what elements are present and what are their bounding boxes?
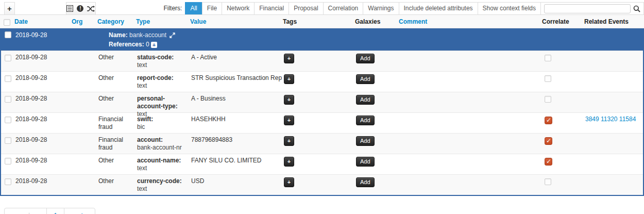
attribute-type: personal-account-type: (137, 95, 178, 110)
row-select-checkbox[interactable] (5, 158, 11, 164)
row-checkbox-cell (1, 113, 13, 133)
org-cell (71, 51, 96, 71)
misp-attributes-page: { "toolbar": { "add_attribute_label": "+… (0, 0, 644, 214)
galaxies-cell: Add (354, 154, 398, 174)
filter-tab[interactable]: File (202, 2, 222, 14)
add-tag-button[interactable]: + (284, 116, 294, 125)
correlate-checkbox[interactable] (545, 178, 551, 185)
tags-cell: + (282, 113, 354, 133)
correlate-checkbox[interactable] (545, 158, 552, 166)
filter-tab[interactable]: Network (222, 2, 255, 14)
category-cell: Financial fraud (96, 113, 135, 133)
add-tag-button[interactable]: + (284, 157, 294, 167)
add-attribute-button[interactable]: + (4, 2, 15, 14)
table-row: 2018-09-28 Other report-code: text STR S… (1, 71, 643, 92)
search-input[interactable] (544, 4, 631, 13)
add-galaxy-button[interactable]: Add (356, 116, 375, 125)
object-name-value: bank-account (129, 31, 166, 39)
column-header-correlate: Correlate (542, 18, 569, 25)
add-reference-icon[interactable]: + (151, 42, 157, 48)
add-tag-button[interactable]: + (284, 95, 294, 105)
object-row-checkbox[interactable] (5, 31, 11, 38)
row-select-checkbox[interactable] (5, 75, 11, 82)
filter-tab[interactable]: Proposal (289, 2, 323, 14)
exclamation-circle-icon[interactable]: ! (77, 5, 83, 12)
row-select-checkbox[interactable] (5, 178, 11, 185)
related-event-links[interactable]: 3849 11320 11584 (585, 116, 636, 123)
add-galaxy-button[interactable]: Add (356, 157, 375, 167)
correlate-checkbox[interactable] (545, 75, 551, 82)
attribute-value-type: bic (137, 123, 187, 131)
table-row: 2018-09-28 Financial fraud swift: bic HA… (1, 112, 643, 133)
object-name-label: Name: (109, 31, 128, 39)
expand-icon[interactable] (170, 32, 175, 40)
column-header-org[interactable]: Org (72, 18, 82, 25)
add-tag-button[interactable]: + (284, 54, 294, 63)
filter-tab[interactable]: All (185, 2, 202, 14)
search-icon[interactable] (633, 5, 640, 12)
object-name-block: Name: bank-account References: 0 + (95, 28, 643, 51)
object-header-row: 2018-09-28 Name: bank-account References… (1, 28, 643, 51)
column-header-value[interactable]: Value (190, 18, 206, 25)
filter-tab-bar: All File Network Financial Proposal Corr… (185, 2, 541, 14)
list-icon[interactable] (66, 5, 73, 12)
type-cell: swift: bic (135, 113, 189, 133)
add-tag-button[interactable]: + (284, 136, 294, 146)
row-select-checkbox[interactable] (5, 117, 11, 123)
tags-cell: + (282, 134, 354, 154)
attribute-value-type: text (137, 164, 187, 172)
add-tag-button[interactable]: + (284, 177, 294, 187)
filter-tab-label: Network (227, 5, 249, 12)
column-header-comment[interactable]: Comment (399, 18, 427, 25)
column-header-date[interactable]: Date (14, 18, 28, 25)
add-galaxy-button[interactable]: Add (356, 54, 375, 63)
table-row: 2018-09-28 Other account-name: text FANY… (1, 154, 643, 174)
correlate-checkbox[interactable] (545, 117, 552, 124)
filter-tab[interactable]: Correlation (323, 2, 364, 14)
filter-tab[interactable]: Warnings (363, 2, 399, 14)
pagination-next[interactable]: next » (64, 208, 95, 214)
filter-tab-label: Proposal (294, 5, 318, 12)
comment-cell (398, 51, 541, 71)
attribute-value-type: text (137, 61, 187, 69)
add-galaxy-button[interactable]: Add (356, 136, 375, 146)
pagination-page-1[interactable]: 1 (46, 208, 64, 214)
shuffle-icon[interactable] (87, 6, 95, 12)
filter-tab[interactable]: Financial (254, 2, 289, 14)
related-events-cell: 3849 11320 11584 (583, 113, 643, 133)
filter-tab-label: File (207, 5, 217, 12)
search-cell (540, 2, 644, 14)
galaxies-cell: Add (354, 113, 398, 133)
row-select-checkbox[interactable] (5, 137, 11, 144)
correlate-cell (541, 154, 583, 174)
row-checkbox-cell (1, 154, 13, 174)
row-select-checkbox[interactable] (5, 96, 11, 103)
comment-cell (398, 175, 541, 195)
column-header-galaxies: Galaxies (355, 18, 380, 25)
column-header-category[interactable]: Category (97, 18, 124, 25)
attribute-type: report-code: (137, 74, 174, 81)
column-header-type[interactable]: Type (136, 18, 150, 25)
pagination-previous[interactable]: « previous (4, 208, 47, 214)
galaxies-cell: Add (354, 51, 398, 71)
object-references-count: 0 (146, 41, 149, 48)
filter-tab[interactable]: Show context fields (478, 2, 541, 14)
select-all-checkbox[interactable] (4, 19, 10, 26)
comment-cell (398, 72, 541, 92)
correlate-checkbox[interactable] (545, 137, 552, 145)
row-checkbox-cell (1, 51, 13, 71)
add-galaxy-button[interactable]: Add (356, 95, 375, 105)
row-checkbox-cell (1, 72, 13, 92)
correlate-checkbox[interactable] (545, 55, 551, 61)
value-cell: STR Suspicious Transaction Report (189, 72, 282, 92)
add-tag-button[interactable]: + (284, 74, 294, 84)
filter-tab[interactable]: Include deleted attributes (399, 2, 478, 14)
add-galaxy-button[interactable]: Add (356, 74, 375, 84)
category-cell: Other (96, 154, 135, 174)
type-cell: account: bank-account-nr (135, 134, 189, 154)
add-galaxy-button[interactable]: Add (356, 177, 375, 187)
date-cell: 2018-09-28 (13, 51, 71, 71)
row-select-checkbox[interactable] (5, 55, 11, 61)
correlate-checkbox[interactable] (545, 96, 551, 103)
date-cell: 2018-09-28 (13, 154, 71, 174)
